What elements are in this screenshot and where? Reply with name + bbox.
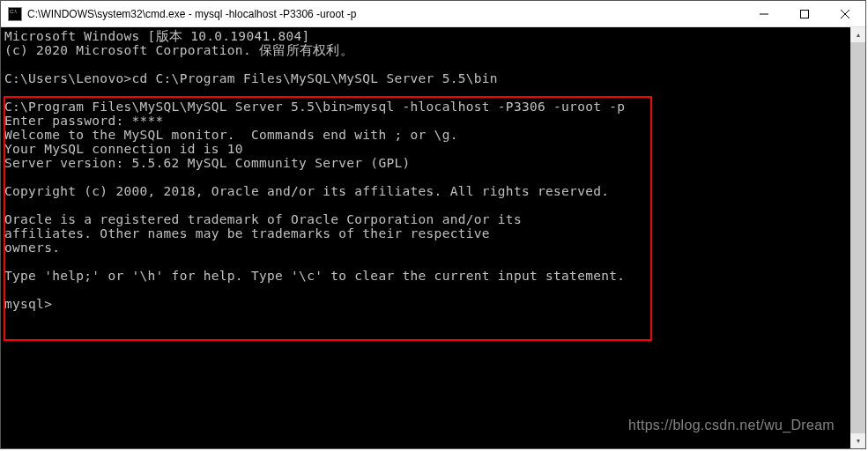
console-line: Enter password: **** — [4, 114, 164, 128]
cmd-window: C:\WINDOWS\system32\cmd.exe - mysql -hlo… — [0, 0, 866, 449]
window-title: C:\WINDOWS\system32\cmd.exe - mysql -hlo… — [27, 8, 744, 20]
window-controls — [744, 1, 865, 26]
console-line: Copyright (c) 2000, 2018, Oracle and/or … — [4, 184, 609, 198]
scroll-down-button[interactable]: ▾ — [850, 433, 865, 448]
console-line: mysql> — [4, 297, 52, 311]
console-line: owners. — [4, 240, 60, 255]
console-line: (c) 2020 Microsoft Corporation. 保留所有权利。 — [4, 43, 353, 57]
console-line: Server version: 5.5.62 MySQL Community S… — [4, 156, 411, 170]
svg-rect-1 — [801, 10, 809, 18]
minimize-button[interactable] — [744, 1, 784, 26]
minimize-icon — [760, 10, 768, 18]
console-line: Welcome to the MySQL monitor. Commands e… — [4, 128, 458, 142]
console-line: Type 'help;' or '\h' for help. Type '\c'… — [4, 269, 625, 283]
maximize-icon — [800, 10, 809, 18]
vertical-scrollbar[interactable]: ▴ ▾ — [850, 27, 865, 448]
console-output[interactable]: Microsoft Windows [版本 10.0.19041.804] (c… — [1, 27, 850, 448]
console-line: affiliates. Other names may be trademark… — [4, 226, 490, 240]
console-line: Your MySQL connection id is 10 — [4, 142, 243, 156]
scroll-track[interactable] — [850, 42, 865, 433]
scroll-up-button[interactable]: ▴ — [850, 27, 865, 42]
titlebar[interactable]: C:\WINDOWS\system32\cmd.exe - mysql -hlo… — [1, 1, 865, 27]
scroll-thumb[interactable] — [850, 42, 865, 433]
console-line: Microsoft Windows [版本 10.0.19041.804] — [4, 29, 310, 43]
close-icon — [841, 10, 849, 18]
cmd-icon — [8, 7, 22, 21]
close-button[interactable] — [825, 1, 865, 26]
watermark: https://blog.csdn.net/wu_Dream — [628, 418, 835, 433]
maximize-button[interactable] — [784, 1, 825, 26]
console-line: C:\Users\Lenovo>cd C:\Program Files\MySQ… — [4, 71, 498, 85]
console-line: Oracle is a registered trademark of Orac… — [4, 212, 522, 226]
console-line: C:\Program Files\MySQL\MySQL Server 5.5\… — [4, 100, 625, 114]
client-area: Microsoft Windows [版本 10.0.19041.804] (c… — [1, 27, 865, 448]
